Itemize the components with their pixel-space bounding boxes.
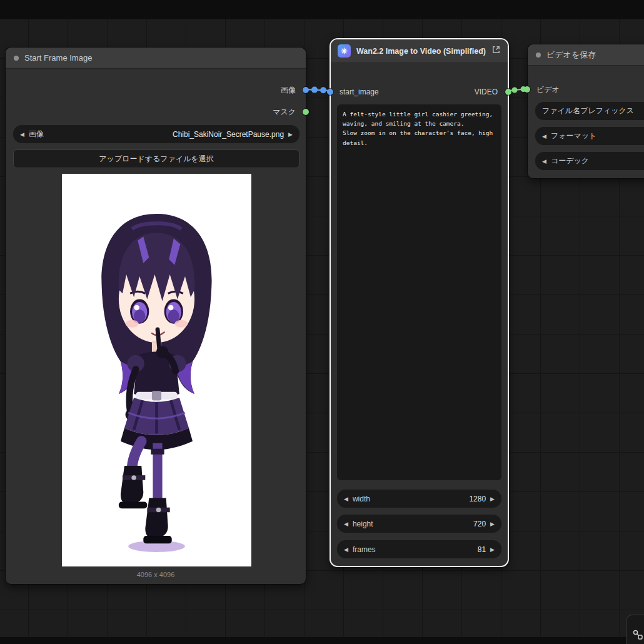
- input-slot-start-image-dot[interactable]: [327, 89, 333, 95]
- node-title: Start Frame Image: [24, 53, 92, 63]
- image-combo-widget[interactable]: ◀ 画像 Chibi_SakiNoir_SecretPause.png ▶: [13, 125, 299, 143]
- height-widget[interactable]: ◀ height 720 ▶: [337, 515, 501, 533]
- workflow-icon: [632, 629, 643, 640]
- codec-widget[interactable]: ◀ コーデック: [535, 152, 644, 170]
- width-widget[interactable]: ◀ width 1280 ▶: [337, 490, 501, 508]
- frames-label: frames: [353, 545, 376, 554]
- bottom-right-panel[interactable]: [626, 615, 644, 644]
- height-increment-arrow-icon[interactable]: ▶: [490, 521, 495, 527]
- combo-label: 画像: [29, 129, 44, 139]
- node-pack-icon: [338, 44, 351, 58]
- height-label: height: [353, 520, 373, 528]
- image-resolution-caption: 4096 x 4096: [6, 571, 306, 578]
- format-label: フォーマット: [551, 131, 596, 141]
- filename-prefix-widget[interactable]: ファイル名プレフィックス: [535, 102, 644, 120]
- top-bar: [0, 0, 644, 19]
- filename-prefix-label: ファイル名プレフィックス: [542, 106, 634, 116]
- node-header[interactable]: ビデオを保存: [528, 44, 644, 66]
- node-status-dot[interactable]: [14, 56, 19, 61]
- height-decrement-arrow-icon[interactable]: ◀: [344, 521, 348, 527]
- output-slot-mask-dot[interactable]: [303, 109, 309, 115]
- combo-prev-arrow-icon[interactable]: ◀: [20, 131, 24, 138]
- format-prev-arrow-icon[interactable]: ◀: [542, 133, 546, 139]
- output-slot-image-dot[interactable]: [303, 87, 309, 93]
- node-status-dot[interactable]: [536, 53, 541, 58]
- upload-file-button[interactable]: アップロードするファイルを選択: [13, 149, 299, 168]
- combo-value: Chibi_SakiNoir_SecretPause.png: [173, 130, 284, 139]
- node-wan22-image-to-video[interactable]: Wan2.2 Image to Video (Simplified) start…: [330, 38, 509, 567]
- width-label: width: [353, 495, 370, 503]
- codec-label: コーデック: [551, 156, 589, 166]
- node-title: Wan2.2 Image to Video (Simplified): [356, 47, 486, 56]
- input-label-video: ビデオ: [536, 85, 560, 94]
- frames-value: 81: [478, 545, 486, 554]
- combo-next-arrow-icon[interactable]: ▶: [288, 131, 293, 138]
- width-increment-arrow-icon[interactable]: ▶: [490, 496, 495, 502]
- frames-widget[interactable]: ◀ frames 81 ▶: [337, 540, 501, 558]
- output-label-mask: マスク: [273, 108, 296, 116]
- node-save-video[interactable]: ビデオを保存 ビデオ ファイル名プレフィックス ◀ フォーマット ◀ コーデック: [527, 44, 644, 179]
- frames-increment-arrow-icon[interactable]: ▶: [490, 546, 495, 553]
- codec-prev-arrow-icon[interactable]: ◀: [542, 158, 546, 164]
- output-slot-video-dot[interactable]: [505, 89, 511, 95]
- prompt-textarea[interactable]: A felt-style little girl cashier greetin…: [337, 104, 501, 480]
- chibi-character-illustration: [62, 174, 251, 566]
- width-value: 1280: [469, 495, 486, 503]
- output-label-video: VIDEO: [475, 88, 498, 96]
- frames-decrement-arrow-icon[interactable]: ◀: [344, 546, 348, 553]
- width-decrement-arrow-icon[interactable]: ◀: [344, 496, 348, 502]
- bottom-bar: [0, 637, 644, 644]
- format-widget[interactable]: ◀ フォーマット: [535, 127, 644, 145]
- node-header[interactable]: Wan2.2 Image to Video (Simplified): [331, 39, 508, 63]
- image-preview: [62, 174, 251, 566]
- expand-icon[interactable]: [491, 45, 501, 57]
- height-value: 720: [473, 520, 486, 528]
- output-label-image: 画像: [281, 86, 296, 94]
- node-title: ビデオを保存: [546, 49, 596, 61]
- node-header[interactable]: Start Frame Image: [6, 48, 306, 69]
- input-label-start-image: start_image: [340, 88, 379, 96]
- input-slot-video-dot[interactable]: [524, 86, 530, 93]
- node-start-frame-image[interactable]: Start Frame Image 画像 マスク ◀ 画像 Chibi_Saki…: [5, 47, 306, 585]
- node-canvas[interactable]: Start Frame Image 画像 マスク ◀ 画像 Chibi_Saki…: [0, 0, 644, 644]
